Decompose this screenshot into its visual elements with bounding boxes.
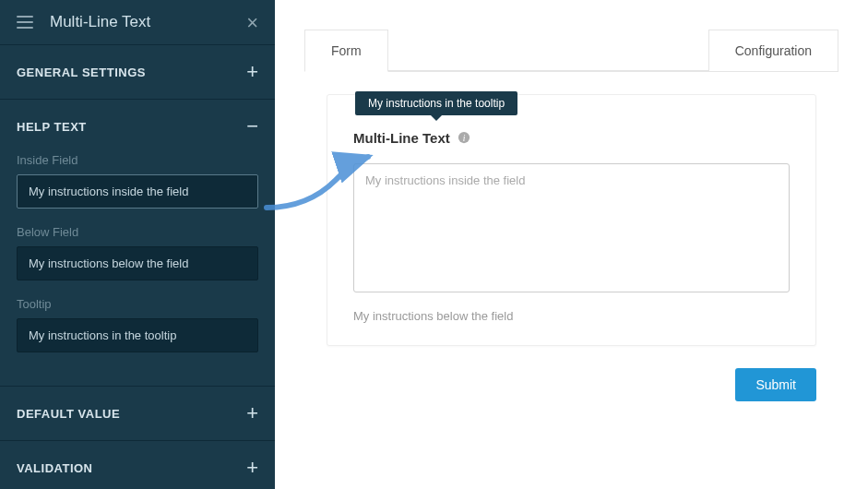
section-help-title: HELP TEXT <box>17 120 87 134</box>
close-icon[interactable]: × <box>246 11 258 35</box>
sidebar-header: Multi-Line Text × <box>0 0 275 44</box>
plus-icon: + <box>246 403 258 423</box>
section-default-title: DEFAULT VALUE <box>17 407 120 421</box>
section-default: DEFAULT VALUE + <box>0 386 275 440</box>
below-field-text: My instructions below the field <box>353 309 790 323</box>
field-tooltip: Tooltip <box>17 297 258 352</box>
multiline-textarea[interactable] <box>353 163 790 292</box>
section-default-header[interactable]: DEFAULT VALUE + <box>0 387 275 440</box>
section-help: HELP TEXT − Inside Field Below Field Too… <box>0 99 275 386</box>
field-tooltip-label: Tooltip <box>17 297 258 311</box>
plus-icon: + <box>246 458 258 478</box>
field-below-label: Below Field <box>17 225 258 239</box>
section-validation: VALIDATION + <box>0 440 275 489</box>
tabs: Form Configuration <box>304 30 838 72</box>
svg-text:i: i <box>463 133 466 143</box>
plus-icon: + <box>246 62 258 82</box>
field-inside-input[interactable] <box>17 174 258 209</box>
sidebar-title: Multi-Line Text <box>50 13 150 31</box>
section-general-header[interactable]: GENERAL SETTINGS + <box>0 45 275 99</box>
field-inside: Inside Field <box>17 153 258 209</box>
field-tooltip-input[interactable] <box>17 318 258 352</box>
section-validation-header[interactable]: VALIDATION + <box>0 441 275 489</box>
submit-row: Submit <box>327 368 816 401</box>
field-inside-label: Inside Field <box>17 153 258 167</box>
field-below-input[interactable] <box>17 246 258 280</box>
minus-icon: − <box>246 116 258 137</box>
main: Form Configuration My instructions in th… <box>275 0 868 489</box>
tab-spacer <box>388 30 708 71</box>
section-general-title: GENERAL SETTINGS <box>17 66 146 79</box>
section-general: GENERAL SETTINGS + <box>0 44 275 99</box>
form-field-label: Multi-Line Text <box>353 130 450 146</box>
field-below: Below Field <box>17 225 258 280</box>
section-help-body: Inside Field Below Field Tooltip <box>0 153 275 386</box>
tooltip: My instructions in the tooltip <box>355 91 517 115</box>
info-icon[interactable]: i <box>458 131 470 144</box>
section-validation-title: VALIDATION <box>17 461 93 475</box>
menu-icon[interactable] <box>17 16 33 29</box>
tab-form[interactable]: Form <box>304 30 388 72</box>
submit-button[interactable]: Submit <box>735 368 816 401</box>
section-help-header[interactable]: HELP TEXT − <box>0 100 275 153</box>
form-panel: My instructions in the tooltip Multi-Lin… <box>327 94 816 346</box>
sidebar: Multi-Line Text × GENERAL SETTINGS + HEL… <box>0 0 275 489</box>
tab-configuration[interactable]: Configuration <box>708 30 838 71</box>
